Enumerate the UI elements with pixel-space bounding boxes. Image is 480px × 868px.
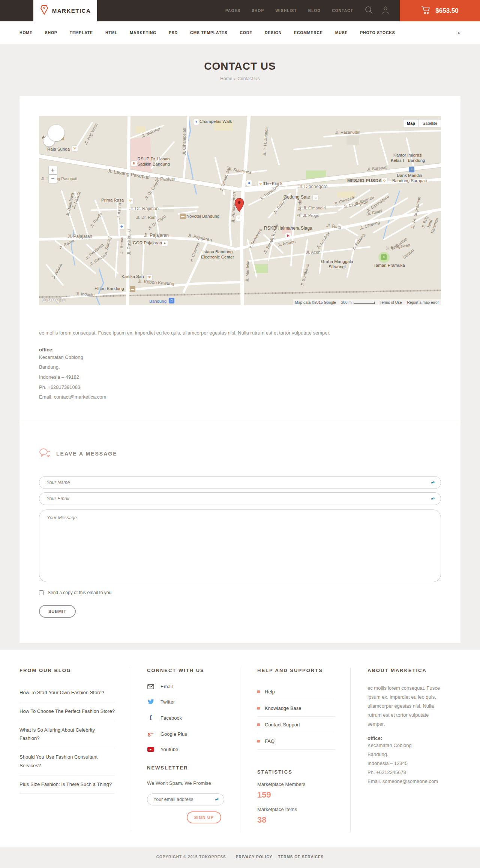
message-textarea[interactable] xyxy=(39,509,441,582)
page-title: CONTACT US xyxy=(0,60,480,72)
terms-of-use-link[interactable]: Terms of Use xyxy=(380,300,402,305)
social-link-email[interactable]: Email xyxy=(147,684,225,689)
zoom-out-button[interactable]: − xyxy=(49,175,57,183)
newsletter-block: NEWSLETTER We Won't Spam, We Promise ✒ S… xyxy=(147,765,225,823)
office-address-line: Bandung. xyxy=(39,362,441,372)
terms-of-services-link[interactable]: TERMS OF SERVICES xyxy=(278,855,324,859)
breadcrumb-link[interactable]: Contact Us xyxy=(237,76,260,81)
menubar-item[interactable]: MUSE xyxy=(335,30,348,35)
menubar-item[interactable]: DESIGN xyxy=(265,30,282,35)
header-nav-link[interactable]: PAGES xyxy=(225,9,240,13)
menubar-item[interactable]: HTML xyxy=(105,30,117,35)
footer-about-title: ABOUT MARKETICA xyxy=(368,668,446,673)
menubar-item[interactable]: CMS TEMPLATES xyxy=(190,30,227,35)
footer-blog-link[interactable]: How To Start Your Own Fashion Store? xyxy=(20,684,115,702)
privacy-policy-link[interactable]: PRIVACY POLICY xyxy=(236,855,272,859)
social-link-label: Facebook xyxy=(160,715,182,721)
submit-button[interactable]: SUBMIT xyxy=(39,605,76,618)
map-marker-pin[interactable] xyxy=(235,198,244,212)
account-icon[interactable] xyxy=(381,6,390,16)
square-bullet-icon xyxy=(257,723,260,726)
hotel-icon: ▬ xyxy=(180,214,186,219)
menubar-item[interactable]: PHOTO STOCKS xyxy=(360,30,395,35)
breadcrumb: Home›Contact Us xyxy=(0,76,480,81)
header-nav-link[interactable]: CONTACT xyxy=(332,9,353,13)
menubar-item[interactable]: MARKETING xyxy=(130,30,156,35)
mosque-icon: ☪ xyxy=(382,178,387,184)
restaurant-icon: Ψ xyxy=(72,146,78,151)
map-type-map-button[interactable]: Map xyxy=(403,119,419,127)
social-link-twitter[interactable]: Twitter xyxy=(147,699,225,705)
menubar-item[interactable]: SHOP xyxy=(45,30,57,35)
about-office-address: Kecamatan CoblongBandung.Indonesia – 123… xyxy=(368,741,446,786)
map-data-credit: Map data ©2015 Google xyxy=(295,300,336,305)
newsletter-field-wrap: ✒ xyxy=(147,793,224,805)
tag-logo-icon xyxy=(40,5,49,16)
page-hero: CONTACT US Home›Contact Us xyxy=(0,44,480,96)
menubar-item[interactable]: ECOMMERCE xyxy=(294,30,323,35)
top-header: MARKETICA PAGESSHOPWISHLISTBLOGCONTACT $… xyxy=(0,0,480,21)
newsletter-tagline: We Won't Spam, We Promise xyxy=(147,780,225,786)
train-station-icon: □ xyxy=(169,298,174,303)
footer-help-link[interactable]: Knowladge Base xyxy=(257,700,335,717)
footer-blog-link[interactable]: Plus Size Fashion: Is There Such a Thing… xyxy=(20,775,115,794)
header-nav-link[interactable]: WISHLIST xyxy=(275,9,297,13)
square-bullet-icon xyxy=(257,707,260,710)
about-text: ec mollis lorem consequat. Fusce ipsum e… xyxy=(368,684,446,729)
social-link-gplus[interactable]: g+Google Plus xyxy=(147,731,225,737)
google-map[interactable]: + − Map Satellite Google Map data ©2015 … xyxy=(39,116,441,305)
header-nav: PAGESSHOPWISHLISTBLOGCONTACT xyxy=(225,0,353,21)
map-type-satellite-button[interactable]: Satellite xyxy=(419,119,441,127)
menubar-item[interactable]: PSD xyxy=(169,30,178,35)
about-address-line: Email. someone@someone.com xyxy=(368,777,446,786)
send-copy-label: Send a copy of this email to you xyxy=(48,590,111,595)
newsletter-email-input[interactable] xyxy=(147,793,224,805)
footer-blog-link[interactable]: How To Choose The Perfect Fashion Store? xyxy=(20,702,115,721)
email-icon xyxy=(147,684,154,689)
museum-icon: ⌂ xyxy=(236,215,242,221)
logo[interactable]: MARKETICA xyxy=(33,0,97,21)
name-input[interactable] xyxy=(39,476,441,489)
hospital-icon: H xyxy=(285,233,291,239)
cart-button[interactable]: $653.50 xyxy=(400,0,480,21)
signup-button[interactable]: SIGN UP xyxy=(187,811,221,823)
menubar-item[interactable]: CODE xyxy=(240,30,252,35)
chat-bubbles-icon xyxy=(39,448,50,459)
footer-blog-link[interactable]: Should You Use Fashion Consultant Servic… xyxy=(20,748,115,775)
form-title: LEAVE A MESSAGE xyxy=(56,451,117,457)
header-nav-link[interactable]: BLOG xyxy=(308,9,321,13)
square-bullet-icon xyxy=(257,740,260,743)
stat-value: 159 xyxy=(257,790,335,800)
email-input[interactable] xyxy=(39,492,441,505)
statistics-title: STATISTICS xyxy=(257,769,335,775)
pan-control[interactable] xyxy=(48,125,64,141)
report-map-error-link[interactable]: Report a map error xyxy=(407,300,439,305)
footer-blog-link[interactable]: What is So Alluring About Celebrity Fash… xyxy=(20,721,115,748)
header-nav-link[interactable]: SHOP xyxy=(252,9,264,13)
send-copy-checkbox[interactable] xyxy=(39,590,44,595)
chevron-down-icon[interactable]: » xyxy=(456,31,462,34)
social-link-youtube[interactable]: ▶Youtube xyxy=(147,747,225,752)
search-icon[interactable] xyxy=(364,6,374,16)
about-address-line: Ph. +6212345678 xyxy=(368,768,446,777)
footer-help-link[interactable]: FAQ xyxy=(257,733,335,750)
footer-connect-title: CONNECT WITH US xyxy=(147,668,225,673)
zoom-in-button[interactable]: + xyxy=(49,166,57,174)
breadcrumb-link[interactable]: Home xyxy=(220,76,232,81)
social-link-label: Google Plus xyxy=(160,731,187,737)
footer-blog-title: FROM OUR BLOG xyxy=(20,668,115,673)
google-watermark: Google xyxy=(42,296,66,304)
menubar-item[interactable]: TEMPLATE xyxy=(70,30,93,35)
footer-blog-column: FROM OUR BLOG How To Start Your Own Fash… xyxy=(20,668,130,832)
breadcrumb-separator: › xyxy=(234,76,236,81)
cart-icon xyxy=(421,6,431,16)
footer-help-link[interactable]: Help xyxy=(257,684,335,700)
help-links: HelpKnowladge BaseContact SupportFAQ xyxy=(257,684,335,750)
social-link-label: Youtube xyxy=(160,747,178,752)
gplus-icon: g+ xyxy=(147,731,154,737)
social-link-facebook[interactable]: fFacebook xyxy=(147,714,225,721)
footer-help-link[interactable]: Contact Support xyxy=(257,717,335,733)
menubar-item[interactable]: HOME xyxy=(20,30,33,35)
copyright-bar: COPYRIGHT © 2015 TOKOPRESS PRIVACY POLIC… xyxy=(0,847,480,867)
contact-intro-text: ec mollis lorem consequat. Fusce ipsum e… xyxy=(39,329,441,337)
